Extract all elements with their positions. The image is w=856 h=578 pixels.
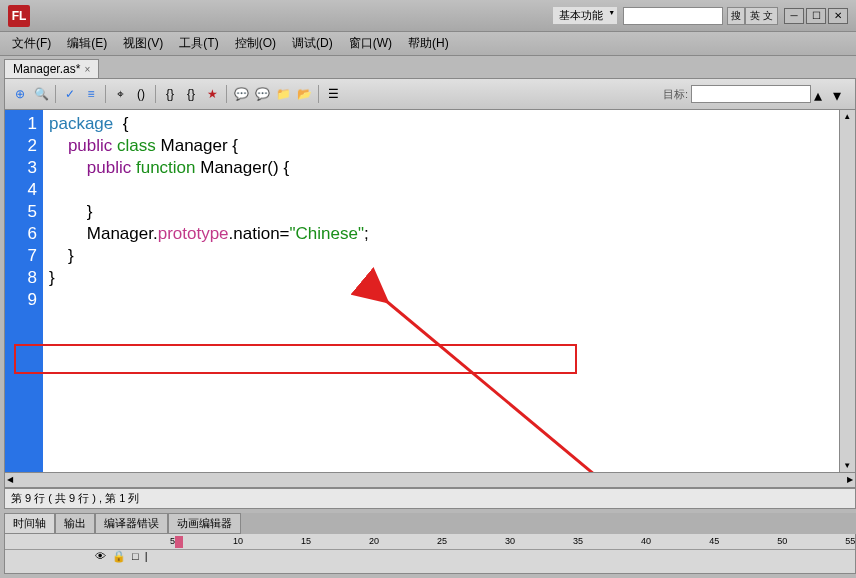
document-tab[interactable]: Manager.as* × [4,59,99,78]
language-toggle[interactable]: 英 文 [745,7,778,25]
ruler-mark: 50 [777,536,787,546]
brace-close-icon[interactable]: {} [182,85,200,103]
line-number: 9 [5,290,37,312]
app-logo: FL [8,5,30,27]
menu-tools[interactable]: 工具(T) [171,33,226,54]
code-line[interactable]: package { [49,114,849,136]
uncomment-icon[interactable]: 💬 [253,85,271,103]
playhead[interactable] [175,536,183,548]
paren-icon[interactable]: () [132,85,150,103]
comment-icon[interactable]: 💬 [232,85,250,103]
hint-icon[interactable]: ⌖ [111,85,129,103]
editor-toolbar: ⊕ 🔍 ✓ ≡ ⌖ () {} {} ★ 💬 💬 📁 📂 ☰ 目标: ▴ ▾ [4,78,856,110]
menu-window[interactable]: 窗口(W) [341,33,400,54]
code-line[interactable]: public class Manager { [49,136,849,158]
ruler-mark: 25 [437,536,447,546]
search-input[interactable] [623,7,723,25]
breakpoint-icon[interactable]: ★ [203,85,221,103]
tab-timeline[interactable]: 时间轴 [4,513,55,534]
line-number: 5 [5,202,37,224]
tab-close-icon[interactable]: × [84,64,90,75]
ruler-mark: 55 [845,536,855,546]
nav-up-icon[interactable]: ▴ [814,86,830,102]
nav-down-icon[interactable]: ▾ [833,86,849,102]
tab-motion-editor[interactable]: 动画编辑器 [168,513,241,534]
menu-debug[interactable]: 调试(D) [284,33,341,54]
code-line[interactable] [49,180,849,202]
ruler-mark: 10 [233,536,243,546]
tab-bar: Manager.as* × [0,56,856,78]
menu-control[interactable]: 控制(O) [227,33,284,54]
horizontal-scrollbar[interactable] [4,472,856,488]
menu-file[interactable]: 文件(F) [4,33,59,54]
tab-output[interactable]: 输出 [55,513,95,534]
workspace-dropdown[interactable]: 基本功能 [553,7,617,24]
code-line[interactable]: Manager.prototype.nation="Chinese"; [49,224,849,246]
status-bar: 第 9 行 ( 共 9 行 ) , 第 1 列 [4,488,856,509]
ruler-mark: 15 [301,536,311,546]
menu-help[interactable]: 帮助(H) [400,33,457,54]
ruler-mark: 40 [641,536,651,546]
collapse-icon[interactable]: 📁 [274,85,292,103]
target-label: 目标: [663,87,688,102]
line-number: 4 [5,180,37,202]
ruler-mark: 45 [709,536,719,546]
menu-view[interactable]: 视图(V) [115,33,171,54]
tab-label: Manager.as* [13,62,80,76]
line-number: 2 [5,136,37,158]
vertical-scrollbar[interactable] [839,110,855,472]
code-line[interactable] [49,290,849,312]
code-line[interactable]: } [49,202,849,224]
code-area[interactable]: package { public class Manager { public … [43,110,855,472]
lock-icon[interactable]: 🔒 [112,550,126,563]
editor-panel: Manager.as* × ⊕ 🔍 ✓ ≡ ⌖ () {} {} ★ 💬 💬 📁… [0,56,856,578]
visibility-icon[interactable]: 👁 [95,550,106,563]
code-line[interactable]: public function Manager() { [49,158,849,180]
bottom-panel: 时间轴 输出 编译器错误 动画编辑器 510152025303540455055… [4,513,856,574]
line-number: 1 [5,114,37,136]
tab-compiler-errors[interactable]: 编译器错误 [95,513,168,534]
ruler-mark: 20 [369,536,379,546]
check-icon[interactable]: ✓ [61,85,79,103]
frame-icon[interactable]: | [145,550,148,563]
add-icon[interactable]: ⊕ [11,85,29,103]
close-button[interactable]: ✕ [828,8,848,24]
line-gutter: 123456789 [5,110,43,472]
line-number: 7 [5,246,37,268]
target-dropdown[interactable] [691,85,811,103]
code-line[interactable]: } [49,246,849,268]
format-icon[interactable]: ≡ [82,85,100,103]
minimize-button[interactable]: ─ [784,8,804,24]
brace-open-icon[interactable]: {} [161,85,179,103]
timeline-controls: 👁 🔒 □ | [95,550,148,563]
ruler-mark: 35 [573,536,583,546]
titlebar: FL 基本功能 搜 英 文 ─ ☐ ✕ [0,0,856,32]
find-icon[interactable]: 🔍 [32,85,50,103]
timeline[interactable]: 510152025303540455055 👁 🔒 □ | [4,534,856,574]
menu-edit[interactable]: 编辑(E) [59,33,115,54]
code-editor[interactable]: 123456789 package { public class Manager… [4,110,856,472]
menubar: 文件(F) 编辑(E) 视图(V) 工具(T) 控制(O) 调试(D) 窗口(W… [0,32,856,56]
outline-icon[interactable]: □ [132,550,139,563]
line-number: 8 [5,268,37,290]
help-icon[interactable]: ☰ [324,85,342,103]
workspace: Manager.as* × ⊕ 🔍 ✓ ≡ ⌖ () {} {} ★ 💬 💬 📁… [0,56,856,578]
line-number: 3 [5,158,37,180]
ruler-mark: 30 [505,536,515,546]
line-number: 6 [5,224,37,246]
expand-icon[interactable]: 📂 [295,85,313,103]
code-line[interactable]: } [49,268,849,290]
maximize-button[interactable]: ☐ [806,8,826,24]
search-button[interactable]: 搜 [727,7,745,25]
